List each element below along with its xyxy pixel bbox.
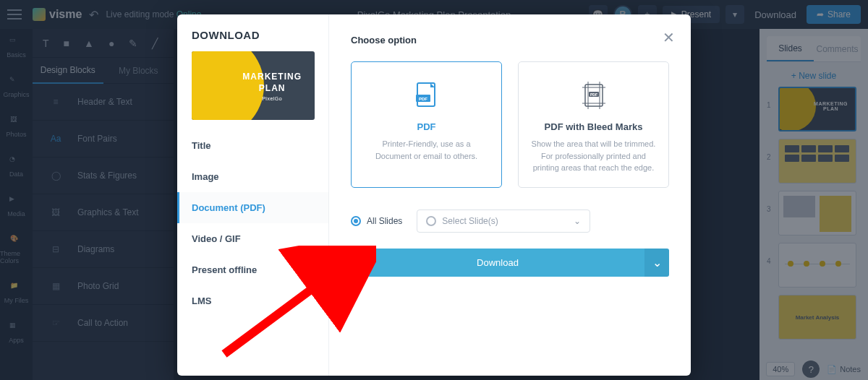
option-pdf-desc: Printer-Friendly, use as a Document or e… <box>363 138 490 162</box>
option-pdf-title: PDF <box>363 121 490 132</box>
download-dropdown-icon[interactable]: ⌄ <box>644 249 669 277</box>
modal-nav-video-gif[interactable]: Video / GIF <box>177 223 328 254</box>
svg-text:PDF: PDF <box>590 92 597 97</box>
modal-title: DOWNLOAD <box>177 14 328 51</box>
radio-off-icon <box>426 216 436 226</box>
pdf-bleed-icon: PDF <box>530 81 657 110</box>
close-icon[interactable]: ✕ <box>663 29 675 46</box>
pdf-icon: PDF <box>363 81 490 110</box>
select-slides-dropdown[interactable]: Select Slide(s)⌄ <box>417 210 590 233</box>
chevron-down-icon: ⌄ <box>574 216 581 226</box>
modal-nav-present-offline[interactable]: Present offline <box>177 254 328 285</box>
download-button[interactable]: Download <box>351 249 644 277</box>
option-pdf[interactable]: PDF PDF Printer-Friendly, use as a Docum… <box>351 61 502 188</box>
download-modal: DOWNLOAD MARKETINGPLANPixelGo Title Imag… <box>177 14 691 376</box>
radio-on-icon <box>351 216 361 226</box>
option-bleed-title: PDF with Bleed Marks <box>530 121 657 132</box>
choose-option-label: Choose option <box>351 35 669 46</box>
radio-all-slides[interactable]: All Slides <box>351 216 402 226</box>
modal-nav-document-pdf[interactable]: Document (PDF) <box>177 192 328 223</box>
modal-preview-thumb: MARKETINGPLANPixelGo <box>192 51 315 120</box>
svg-text:PDF: PDF <box>419 97 427 101</box>
modal-nav-image[interactable]: Image <box>177 161 328 192</box>
modal-nav-title[interactable]: Title <box>177 130 328 161</box>
option-bleed-desc: Show the area that will be trimmed. For … <box>530 138 657 174</box>
option-pdf-bleed[interactable]: PDF PDF with Bleed Marks Show the area t… <box>518 61 669 188</box>
modal-nav-lms[interactable]: LMS <box>177 285 328 316</box>
